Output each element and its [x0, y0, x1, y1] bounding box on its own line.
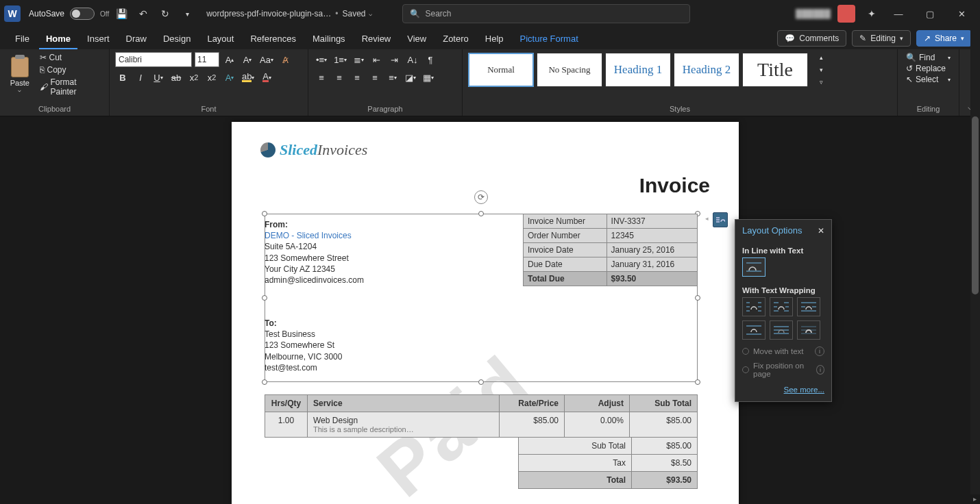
rotate-handle[interactable]: ⟳ — [474, 190, 488, 204]
sort-button[interactable]: A↓ — [405, 52, 420, 67]
justify-button[interactable]: ≡ — [367, 70, 382, 85]
tab-help[interactable]: Help — [478, 29, 511, 49]
resize-handle[interactable] — [262, 379, 267, 385]
show-marks-button[interactable]: ¶ — [423, 52, 438, 67]
tab-zotero[interactable]: Zotero — [436, 29, 476, 49]
superscript-button[interactable]: x2 — [204, 70, 219, 85]
resize-handle[interactable] — [262, 295, 267, 301]
tab-design[interactable]: Design — [156, 29, 197, 49]
wrap-front[interactable] — [797, 320, 820, 340]
qat-customize-icon[interactable]: ▾ — [177, 4, 197, 23]
font-size-select[interactable] — [195, 52, 219, 67]
ribbon: Paste ⌵ ✂Cut ⎘Copy 🖌Format Painter Clipb… — [0, 49, 980, 116]
text-effects-button[interactable]: A▾ — [222, 70, 237, 85]
editing-mode-button[interactable]: ✎ Editing ▾ — [852, 30, 911, 47]
find-button[interactable]: 🔍Find▾ — [903, 52, 953, 63]
coming-soon-icon[interactable]: ✦ — [862, 4, 881, 23]
styles-gallery[interactable]: Normal No Spacing Heading 1 Heading 2 Ti… — [468, 52, 892, 88]
autosave-toggle[interactable]: AutoSave Off — [29, 8, 109, 20]
maximize-button[interactable]: ▢ — [916, 1, 944, 26]
select-button[interactable]: ↖Select▾ — [903, 74, 953, 85]
clear-formatting-button[interactable]: A̷ — [278, 52, 293, 67]
tab-view[interactable]: View — [400, 29, 433, 49]
styles-scroll-down[interactable]: ▾ — [813, 64, 829, 75]
search-input[interactable]: 🔍 Search — [402, 4, 690, 23]
undo-icon[interactable]: ↶ — [134, 4, 153, 23]
info-icon[interactable]: i — [815, 346, 824, 356]
italic-button[interactable]: I — [133, 70, 148, 85]
wrap-square[interactable] — [742, 297, 765, 316]
resize-handle[interactable] — [262, 211, 267, 216]
save-icon[interactable]: 💾 — [112, 4, 131, 23]
numbering-button[interactable]: 1≡▾ — [332, 52, 349, 67]
grow-font-button[interactable]: A▴ — [222, 52, 237, 67]
see-more-link[interactable]: See more... — [784, 386, 824, 394]
resize-handle[interactable] — [695, 295, 700, 301]
comments-button[interactable]: 💬 Comments — [777, 30, 846, 47]
bullets-button[interactable]: •≡▾ — [314, 52, 329, 67]
cut-button[interactable]: ✂Cut — [37, 52, 104, 63]
align-center-button[interactable]: ≡ — [332, 70, 347, 85]
style-heading2[interactable]: Heading 2 — [674, 53, 739, 87]
highlight-button[interactable]: ab▾ — [240, 70, 256, 85]
wrap-tight[interactable] — [770, 297, 793, 316]
subscript-button[interactable]: x2 — [186, 70, 201, 85]
styles-expand[interactable]: ▿ — [813, 77, 829, 88]
shrink-font-button[interactable]: A▾ — [240, 52, 255, 67]
user-name[interactable]: ██████ — [796, 9, 831, 18]
share-button[interactable]: ↗ Share ▾ — [916, 30, 972, 47]
decrease-indent-button[interactable]: ⇤ — [369, 52, 384, 67]
style-heading1[interactable]: Heading 1 — [605, 53, 671, 87]
selected-picture[interactable]: ⟳ ◂ Invoice NumberINV-3337 Order Number1… — [265, 214, 698, 382]
tab-picture-format[interactable]: Picture Format — [513, 29, 585, 49]
style-title[interactable]: Title — [742, 53, 808, 87]
switch-icon[interactable] — [70, 8, 95, 20]
multilevel-list-button[interactable]: ≣▾ — [352, 52, 367, 67]
copy-button[interactable]: ⎘Copy — [37, 64, 104, 75]
minimize-button[interactable]: — — [884, 1, 913, 26]
tab-file[interactable]: File — [8, 29, 36, 49]
tab-review[interactable]: Review — [355, 29, 398, 49]
borders-button[interactable]: ▦▾ — [421, 70, 436, 85]
layout-options-button[interactable] — [713, 212, 728, 227]
change-case-button[interactable]: Aa▾ — [258, 52, 275, 67]
style-normal[interactable]: Normal — [468, 53, 534, 87]
font-color-button[interactable]: A▾ — [259, 70, 274, 85]
line-spacing-button[interactable]: ≡▾ — [385, 70, 400, 85]
wrap-behind[interactable] — [770, 320, 793, 340]
underline-button[interactable]: U▾ — [151, 70, 166, 85]
align-left-button[interactable]: ≡ — [314, 70, 329, 85]
wrap-through[interactable] — [797, 297, 820, 316]
saved-status[interactable]: Saved⌵ — [342, 9, 371, 18]
align-right-button[interactable]: ≡ — [350, 70, 365, 85]
avatar[interactable] — [837, 5, 855, 23]
close-icon[interactable]: ✕ — [818, 226, 824, 236]
vertical-scrollbar[interactable] — [970, 27, 980, 494]
bold-button[interactable]: B — [115, 70, 130, 85]
wrap-top-bottom[interactable] — [742, 320, 765, 340]
tab-references[interactable]: References — [243, 29, 302, 49]
replace-button[interactable]: ↺Replace — [903, 63, 953, 74]
tab-home[interactable]: Home — [39, 29, 77, 49]
scrollbar-thumb[interactable] — [972, 116, 979, 294]
tab-layout[interactable]: Layout — [200, 29, 241, 49]
resize-handle[interactable] — [478, 379, 484, 385]
strikethrough-button[interactable]: ab — [169, 70, 184, 85]
styles-scroll-up[interactable]: ▴ — [813, 52, 829, 63]
increase-indent-button[interactable]: ⇥ — [387, 52, 402, 67]
info-icon[interactable]: i — [816, 365, 824, 375]
tab-insert[interactable]: Insert — [80, 29, 117, 49]
redo-icon[interactable]: ↻ — [156, 4, 175, 23]
shading-button[interactable]: ◪▾ — [403, 70, 418, 85]
paste-button[interactable]: Paste ⌵ — [5, 52, 34, 97]
resize-handle[interactable] — [478, 211, 484, 216]
tab-mailings[interactable]: Mailings — [306, 29, 352, 49]
close-button[interactable]: ✕ — [947, 1, 976, 26]
font-name-select[interactable] — [115, 52, 192, 67]
style-no-spacing[interactable]: No Spacing — [537, 53, 602, 87]
wrap-inline[interactable] — [742, 257, 765, 277]
tab-draw[interactable]: Draw — [119, 29, 154, 49]
resize-handle[interactable] — [695, 379, 700, 385]
format-painter-button[interactable]: 🖌Format Painter — [37, 77, 104, 97]
document-title[interactable]: wordpress-pdf-invoice-plugin-sa… • Saved… — [206, 9, 371, 18]
